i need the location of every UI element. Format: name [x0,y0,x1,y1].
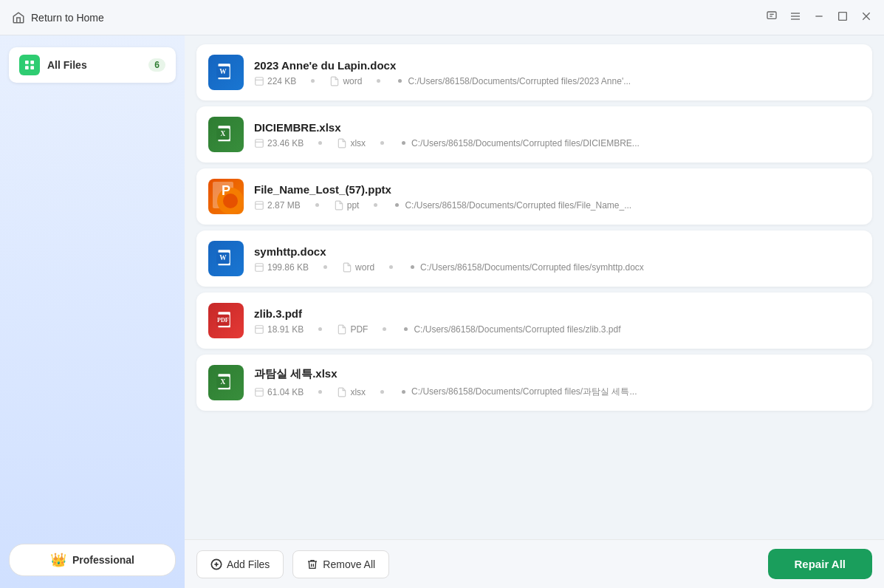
file-format: word [355,262,374,273]
file-card[interactable]: PDF zlib.3.pdf 18.91 KB [196,293,872,349]
file-format-icon [337,138,347,148]
file-path-item: C:/Users/86158/Documents/Corrupted files… [399,386,637,398]
svg-rect-22 [256,139,264,147]
home-icon [12,11,25,24]
file-icon-wrapper: X [208,117,244,152]
file-format-icon [334,200,344,211]
plus-icon [210,558,222,570]
file-meta: 199.86 KB word C:/Users/86158/Documents/… [254,262,860,273]
file-format: PDF [350,324,368,335]
file-info: File_Name_Lost_(57).pptx 2.87 MB ppt [254,183,860,211]
file-path-item: C:/Users/86158/Documents/Corrupted files… [401,324,620,335]
svg-text:X: X [221,378,226,386]
svg-rect-12 [25,66,29,69]
file-path-item: C:/Users/86158/Documents/Corrupted files… [408,262,644,273]
path-dot [411,265,414,269]
add-files-label: Add Files [227,558,270,570]
pdf-file-icon: PDF [216,310,236,331]
svg-text:W: W [219,254,227,261]
return-home-button[interactable]: Return to Home [12,11,104,24]
return-home-label: Return to Home [31,12,104,24]
path-dot [404,327,408,331]
menu-control[interactable] [789,10,801,24]
all-files-count: 6 [148,58,165,72]
repair-all-label: Repair All [795,558,846,570]
file-info: 과탐실 세특.xlsx 61.04 KB xlsx [254,367,860,398]
file-format: xlsx [350,387,366,397]
meta-dot [380,390,384,394]
path-dot [398,79,402,83]
file-size-item: 18.91 KB [254,324,304,335]
file-meta: 18.91 KB PDF C:/Users/86158/Documents/Co… [254,324,860,335]
file-format: xlsx [350,138,366,148]
file-card[interactable]: W 2023 Anne'e du Lapin.docx 224 KB [196,44,872,100]
svg-text:P: P [222,183,230,198]
file-meta: 23.46 KB xlsx C:/Users/86158/Documents/C… [254,138,860,148]
file-info: symhttp.docx 199.86 KB word [254,245,860,273]
sidebar-item-left: All Files [19,55,87,75]
file-size-item: 23.46 KB [254,138,304,148]
file-info: DICIEMBRE.xlsx 23.46 KB xlsx [254,121,860,148]
file-meta: 2.87 MB ppt C:/Users/86158/Documents/Cor… [254,200,860,211]
file-format-item: word [342,262,374,273]
file-icon-wrapper: W [208,55,244,90]
path-dot [402,141,405,145]
svg-rect-13 [30,66,34,69]
grid-icon [24,59,35,71]
professional-button[interactable]: 👑 Professional [9,544,176,576]
file-format-item: xlsx [337,138,366,148]
file-info: zlib.3.pdf 18.91 KB PDF [254,307,860,335]
file-icon-wrapper: X [208,365,244,400]
close-control[interactable] [860,10,872,24]
ppt-file-icon: P [208,179,244,214]
remove-all-button[interactable]: Remove All [292,550,389,578]
file-info: 2023 Anne'e du Lapin.docx 224 KB word [254,59,860,86]
file-format: word [343,76,362,86]
add-files-button[interactable]: Add Files [196,550,284,578]
file-icon-wrapper: PDF [208,303,244,338]
meta-dot [377,79,380,83]
file-size-item: 2.87 MB [254,200,301,211]
maximize-control[interactable] [837,10,849,24]
word-file-icon: W [216,62,236,83]
minimize-control[interactable] [813,10,825,24]
file-name: 2023 Anne'e du Lapin.docx [254,59,860,72]
sidebar-item-all-files[interactable]: All Files 6 [9,47,176,83]
trash-icon [306,558,318,570]
svg-text:X: X [221,130,226,137]
word-file-icon: W [216,248,236,269]
svg-rect-28 [256,201,264,209]
file-format-icon [337,324,347,335]
file-card[interactable]: W symhttp.docx 199.86 KB [196,230,872,287]
svg-rect-43 [256,388,264,396]
window-controls [766,10,872,24]
file-name: symhttp.docx [254,245,860,258]
file-path: C:/Users/86158/Documents/Corrupted files… [405,200,631,211]
file-card[interactable]: P File_Name_Lost_(57).pptx 2.87 MB [196,168,872,225]
excel-file-icon: X [216,124,236,145]
svg-rect-11 [30,61,34,64]
file-size-icon [254,76,264,86]
file-list-area: W 2023 Anne'e du Lapin.docx 224 KB [185,35,884,588]
file-list-scroll: W 2023 Anne'e du Lapin.docx 224 KB [185,35,884,539]
all-files-label: All Files [47,59,87,71]
chat-control[interactable] [766,10,778,24]
svg-rect-38 [256,325,264,333]
meta-dot [380,141,384,145]
file-card[interactable]: X DICIEMBRE.xlsx 23.46 KB [196,106,872,163]
svg-text:PDF: PDF [217,317,229,324]
meta-dot [383,327,386,331]
file-size: 18.91 KB [267,324,304,335]
file-format-item: word [329,76,362,86]
file-size-icon [254,200,264,211]
file-card[interactable]: X 과탐실 세특.xlsx 61.04 KB [196,355,872,411]
meta-dot [389,265,393,269]
file-size-icon [254,324,264,335]
svg-text:W: W [219,68,227,75]
path-dot [402,390,405,394]
file-format-icon [337,387,347,397]
svg-rect-0 [767,12,776,18]
remove-all-label: Remove All [323,558,375,570]
file-size: 224 KB [267,76,296,86]
repair-all-button[interactable]: Repair All [768,549,872,579]
